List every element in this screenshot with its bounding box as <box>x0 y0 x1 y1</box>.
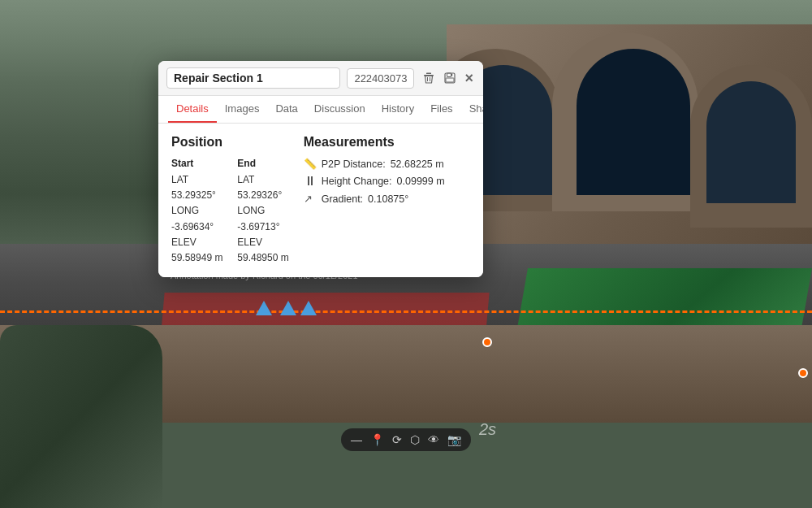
toolbar-eye-icon[interactable]: 👁 <box>428 433 439 446</box>
height-icon: ⏸ <box>304 174 317 189</box>
start-long: LONG -3.69634° <box>171 203 224 234</box>
p2p-icon: 📏 <box>304 158 317 170</box>
end-long: LONG -3.69713° <box>237 203 290 234</box>
tab-images[interactable]: Images <box>217 96 268 123</box>
start-lat: LAT 53.29325° <box>171 172 224 203</box>
tab-discussion[interactable]: Discussion <box>306 96 374 123</box>
toolbar-shape-icon[interactable]: ⬡ <box>410 433 420 446</box>
scene-toolbar: — 📍 ⟳ ⬡ 👁 📷 <box>341 428 471 451</box>
tab-details[interactable]: Details <box>168 96 217 123</box>
height-change-row: ⏸ Height Change: 0.09999 m <box>304 174 470 189</box>
gradient-icon: ↗ <box>304 193 317 205</box>
position-title: Position <box>171 135 291 150</box>
arch-opening-center <box>577 49 690 195</box>
p2p-value: 52.68225 m <box>391 158 444 170</box>
marker-orange-2[interactable] <box>798 368 808 378</box>
sections-row: Position Start LAT 53.29325° LONG -3.696… <box>171 135 470 266</box>
close-button[interactable]: × <box>463 71 475 85</box>
orange-boundary-line <box>0 310 812 313</box>
marker-triangle-2[interactable] <box>280 301 296 315</box>
bg-rocks <box>0 325 162 508</box>
detail-panel: 222403073 × <box>158 61 483 277</box>
toolbar-pin-icon[interactable]: 📍 <box>370 433 384 446</box>
marker-triangle-3[interactable] <box>300 301 317 315</box>
marker-orange-1[interactable] <box>482 337 492 347</box>
panel-header-icons: × <box>421 70 475 86</box>
end-elev-label: ELEV <box>237 235 290 250</box>
svg-rect-1 <box>426 73 431 75</box>
gradient-value: 0.10875° <box>368 193 408 205</box>
panel-body: Position Start LAT 53.29325° LONG -3.696… <box>158 124 483 277</box>
marker-triangle-1[interactable] <box>256 301 272 315</box>
delete-button[interactable] <box>421 70 437 86</box>
p2p-label: P2P Distance: <box>322 158 386 170</box>
p2p-distance-row: 📏 P2P Distance: 52.68225 m <box>304 158 470 170</box>
gradient-row: ↗ Gradient: 0.10875° <box>304 193 470 205</box>
panel-title-input[interactable] <box>166 67 340 89</box>
end-elev-value: 59.48950 m <box>237 250 290 266</box>
position-section: Position Start LAT 53.29325° LONG -3.696… <box>171 135 291 266</box>
measurements-section: Measurements 📏 P2P Distance: 52.68225 m … <box>304 135 470 266</box>
start-elev-label: ELEV <box>171 235 224 250</box>
position-start: Start LAT 53.29325° LONG -3.69634° ELEV … <box>171 158 224 266</box>
toolbar-rotate-icon[interactable]: ⟳ <box>392 433 402 446</box>
svg-rect-5 <box>447 73 451 77</box>
tab-share[interactable]: Share <box>461 96 483 123</box>
toolbar-minus-icon[interactable]: — <box>351 433 362 446</box>
arch-opening-right <box>706 81 796 203</box>
gradient-label: Gradient: <box>322 193 363 205</box>
panel-id: 222403073 <box>347 68 414 89</box>
tab-history[interactable]: History <box>374 96 422 123</box>
height-label: Height Change: <box>322 176 392 187</box>
end-lat: LAT 53.29326° <box>237 172 290 203</box>
tab-data[interactable]: Data <box>267 96 305 123</box>
start-label: Start <box>171 158 224 169</box>
position-end: End LAT 53.29326° LONG -3.69713° ELEV 59… <box>237 158 290 266</box>
measurements-title: Measurements <box>304 135 470 150</box>
end-label: End <box>237 158 290 169</box>
start-elev-value: 59.58949 m <box>171 250 224 266</box>
svg-rect-6 <box>446 78 454 82</box>
svg-rect-7 <box>451 74 452 76</box>
save-button[interactable] <box>442 70 458 86</box>
toolbar-camera-icon[interactable]: 📷 <box>447 433 461 446</box>
height-value: 0.09999 m <box>397 176 445 187</box>
panel-header: 222403073 × <box>158 61 483 96</box>
panel-tabs: Details Images Data Discussion History F… <box>158 96 483 124</box>
tab-files[interactable]: Files <box>422 96 460 123</box>
water-label: 2s <box>479 420 496 439</box>
